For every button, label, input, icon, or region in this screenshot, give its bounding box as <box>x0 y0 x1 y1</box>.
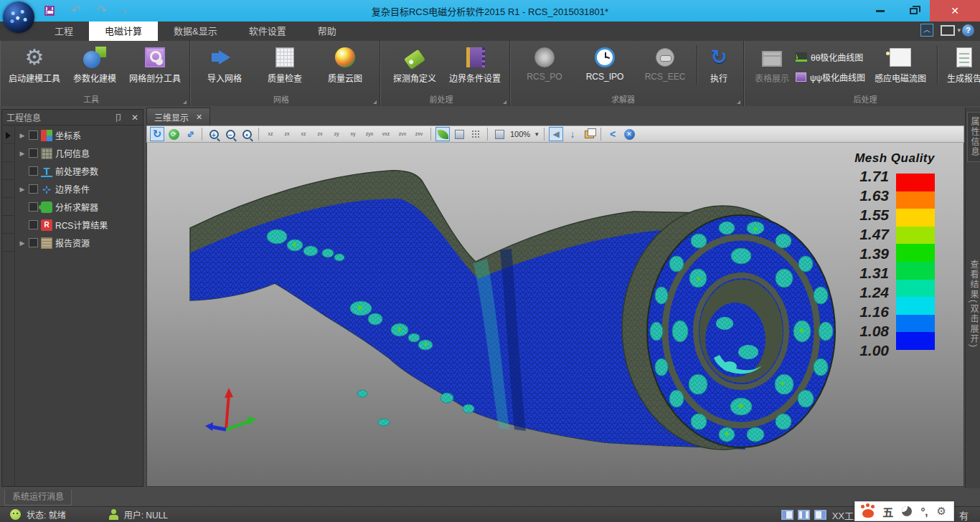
view-preset-button[interactable]: xz <box>296 127 311 141</box>
tree-item-analysis-solver[interactable]: 分析求解器 <box>15 198 143 216</box>
checkbox[interactable] <box>29 238 38 247</box>
ime-punctuation-label[interactable]: °, <box>920 506 928 518</box>
close-button[interactable]: ✕ <box>930 0 980 22</box>
collapse-ribbon-icon[interactable]: ︿ <box>920 24 933 37</box>
parametric-modeling-button[interactable]: 参数化建模 <box>65 44 125 84</box>
ime-logo-paw-icon[interactable] <box>862 509 874 518</box>
tree-item-report-resources[interactable]: ▶ 报告资源 <box>15 234 143 252</box>
generate-report-button[interactable]: 生成报告 <box>939 44 980 84</box>
ime-settings-gear-icon[interactable]: ⚙ <box>937 505 946 518</box>
expand-icon[interactable]: ▶ <box>18 150 27 157</box>
smooth-shade-button[interactable] <box>435 127 450 141</box>
ime-mode-label[interactable]: 五 <box>882 504 893 519</box>
share-view-button[interactable]: < <box>606 127 620 141</box>
zoom-dropdown-icon[interactable]: ▼ <box>534 131 540 138</box>
tree-item-preprocess-params[interactable]: T 前处理参数 <box>15 162 143 180</box>
tab-close-icon[interactable]: ✕ <box>196 113 202 122</box>
layout-middle-panel-icon[interactable] <box>798 510 810 520</box>
layout-left-panel-icon[interactable] <box>781 510 793 520</box>
tab-help[interactable]: 帮助 <box>302 22 352 41</box>
tab-3d-display[interactable]: 三维显示 ✕ <box>146 108 210 125</box>
checkbox[interactable] <box>29 166 38 176</box>
app-window: ↶ ↷ ▾ 复杂目标RCS电磁分析软件2015 R1 - RCS_2015031… <box>0 0 980 522</box>
tree-item-geometry-info[interactable]: ▶ 几何信息 <box>15 144 143 162</box>
checkbox[interactable] <box>29 130 38 140</box>
zoom-region-icon <box>495 130 504 139</box>
theta-polar-curve-button[interactable]: θθ极化曲线图 <box>796 48 865 65</box>
psi-polar-curve-button[interactable]: ψψ极化曲线图 <box>796 68 865 85</box>
viewport-3d[interactable]: Mesh Quality 1.711.63 1.551.47 1.391.31 … <box>146 143 964 487</box>
tab-data-display[interactable]: 数据&显示 <box>158 22 233 41</box>
expand-icon[interactable]: ▶ <box>18 186 27 193</box>
view-preset-button[interactable]: zyx <box>362 127 377 141</box>
induced-current-map-button[interactable]: 感应电磁流图 <box>865 44 936 84</box>
ime-toolbar[interactable]: 五 °, ⚙ <box>854 501 954 521</box>
pan-button[interactable]: ⇕ <box>183 127 197 141</box>
orbit-button[interactable]: ⟳ <box>166 127 181 141</box>
orbit-icon: ⟳ <box>169 129 179 140</box>
layout-right-panel-icon[interactable] <box>814 510 826 520</box>
pin-icon[interactable]: 卩 <box>114 111 123 123</box>
checkbox[interactable] <box>29 148 38 158</box>
app-logo-icon[interactable] <box>3 1 34 33</box>
zoom-level-value[interactable]: 100% <box>510 130 530 138</box>
zoom-in-button[interactable]: + <box>207 127 221 141</box>
tree-item-boundary-conditions[interactable]: ▶ ⊹ 边界条件 <box>15 180 143 198</box>
previous-view-button[interactable]: ◀ <box>549 127 563 141</box>
leaf-icon <box>438 130 448 139</box>
legend-title: Mesh Quality <box>806 151 935 166</box>
quality-check-button[interactable]: 质量检查 <box>255 44 315 84</box>
view-preset-button[interactable]: xy <box>346 127 360 141</box>
view-preset-button[interactable]: zy <box>329 127 344 141</box>
tab-property-info[interactable]: 属性信息 <box>967 112 980 162</box>
tree-item-coordinate-system[interactable]: ▶ 坐标系 <box>15 126 143 144</box>
view-preset-button[interactable]: vxz <box>379 127 393 141</box>
group-expander-icon[interactable] <box>183 100 187 104</box>
zoom-fit-button[interactable]: • <box>240 127 254 141</box>
tab-software-settings[interactable]: 软件设置 <box>233 22 302 41</box>
view-preset-button[interactable]: zx <box>280 127 294 141</box>
tree-item-rcs-results[interactable]: R RCS计算结果 <box>15 216 143 234</box>
save-view-button[interactable]: ↓ <box>565 127 580 141</box>
viewports-button[interactable] <box>582 127 596 141</box>
tag-icon <box>404 49 425 70</box>
view-preset-button[interactable]: xz <box>263 127 278 141</box>
expand-icon[interactable]: ▶ <box>18 132 27 139</box>
group-expander-icon[interactable] <box>503 100 507 104</box>
zoom-region-button[interactable] <box>492 127 507 141</box>
tab-system-messages[interactable]: 系统运行消息 <box>4 490 72 506</box>
wireframe-button[interactable] <box>468 127 483 141</box>
rcs-ipo-button[interactable]: RCS_IPO <box>575 44 635 82</box>
tab-em-computation[interactable]: 电磁计算 <box>89 22 158 41</box>
quality-contour-button[interactable]: 质量云图 <box>315 44 375 84</box>
help-icon[interactable]: ? <box>962 24 974 37</box>
panel-close-icon[interactable]: ✕ <box>131 113 138 123</box>
expand-icon[interactable]: ▶ <box>18 239 27 247</box>
import-mesh-button[interactable]: 导入网格 <box>194 44 255 84</box>
checkbox[interactable] <box>29 184 38 194</box>
checkbox[interactable] <box>29 202 38 212</box>
flat-shade-button[interactable] <box>452 127 466 141</box>
tab-view-results[interactable]: 查看结果(双击展开) <box>968 260 980 348</box>
group-expander-icon[interactable] <box>737 100 740 104</box>
view-preset-button[interactable]: zxv <box>412 127 426 141</box>
mesh-partition-tool-button[interactable]: 网格剖分工具 <box>125 44 185 84</box>
close-view-button[interactable]: ✕ <box>622 127 636 141</box>
group-expander-icon[interactable] <box>373 100 377 104</box>
ime-moon-icon[interactable] <box>902 506 912 516</box>
menu-tabs: 工程 电磁计算 数据&显示 软件设置 帮助 <box>39 22 352 41</box>
display-style-icon[interactable] <box>941 25 955 36</box>
restore-button[interactable] <box>897 0 930 22</box>
view-preset-button[interactable]: zvx <box>395 127 410 141</box>
minimize-button[interactable] <box>864 0 897 22</box>
checkbox[interactable] <box>29 220 38 229</box>
group-caption-solver: 求解器 <box>510 93 736 105</box>
view-preset-button[interactable]: zx <box>313 127 327 141</box>
zoom-out-button[interactable]: − <box>223 127 237 141</box>
tab-project[interactable]: 工程 <box>39 22 89 41</box>
execute-button[interactable]: ↻ 执行 <box>699 44 739 84</box>
probe-angle-button[interactable]: 探测角定义 <box>385 44 445 84</box>
rotate-view-button[interactable]: ↻ <box>150 127 164 141</box>
launch-modeling-tool-button[interactable]: ⚙ 启动建模工具 <box>4 44 65 84</box>
boundary-condition-settings-button[interactable]: 边界条件设置 <box>445 44 505 84</box>
